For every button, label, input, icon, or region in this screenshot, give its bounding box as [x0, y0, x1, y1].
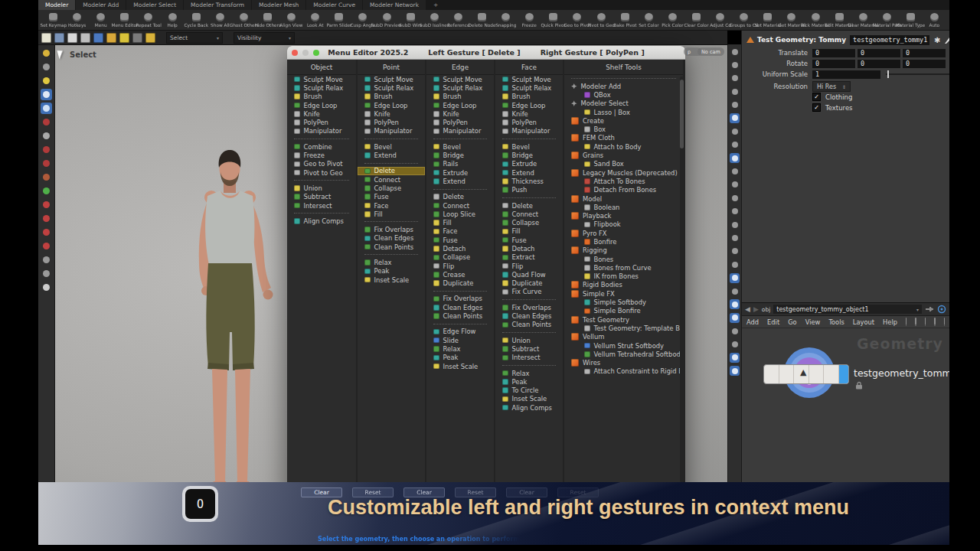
display-option-icon[interactable] — [730, 60, 740, 70]
tab-modeler-network[interactable]: Modeler Network — [363, 0, 426, 10]
menu-item[interactable]: Fix Overlaps — [495, 303, 563, 311]
obj-context-chip[interactable]: obj — [762, 306, 770, 313]
menu-item[interactable]: Manipulator — [426, 127, 494, 135]
select-mode-dropdown[interactable]: Select ▾ — [166, 32, 223, 44]
rotate-value-field[interactable]: 0 — [858, 60, 900, 68]
menu-item[interactable]: Duplicate — [495, 279, 563, 288]
tab-modeler-select[interactable]: Modeler Select — [126, 0, 183, 10]
menu-item[interactable]: PolyPen — [426, 118, 494, 126]
vertex-display-icon[interactable] — [730, 246, 740, 256]
menu-item[interactable]: Face — [426, 227, 494, 236]
menu-item[interactable]: Sculpt Move — [287, 75, 356, 83]
toolbar-button-set-material[interactable]: Set Material — [756, 13, 779, 28]
menu-item[interactable]: Fuse — [495, 236, 563, 244]
menu-item[interactable]: PolyPen — [287, 118, 356, 126]
lock-icon[interactable] — [41, 103, 52, 114]
menu-item[interactable]: Edge Flow — [426, 328, 494, 336]
toolbar-button-hotkeys[interactable]: Hotkeys — [65, 13, 89, 28]
crown-icon[interactable] — [145, 33, 155, 43]
menu-item[interactable]: Extend — [426, 177, 494, 185]
toolbar-button-help[interactable]: Help — [161, 13, 185, 28]
menu-editor-titlebar[interactable]: Menu Editor 2025.2 Left Gesture [ Delete… — [287, 46, 685, 60]
link-display-icon[interactable] — [730, 326, 740, 336]
sphere-primitive-icon[interactable] — [41, 61, 52, 73]
menu-item[interactable]: Union — [495, 336, 563, 344]
menu-item[interactable]: Pivot to Geo — [287, 168, 356, 177]
red-tool-icon[interactable] — [41, 144, 52, 155]
menu-item[interactable]: Attach to Body — [564, 142, 683, 151]
menu-item[interactable]: Quad Flow — [495, 270, 563, 279]
toolbar-button-show-all[interactable]: Show All — [208, 13, 232, 28]
menu-item[interactable]: Sculpt Relax — [495, 83, 563, 92]
toolbar-button-delete-node[interactable]: Delete Node — [470, 13, 494, 28]
menu-item[interactable]: Test Geometry — [564, 315, 683, 324]
menu-item[interactable]: Vellum — [564, 333, 683, 341]
curve-display-icon[interactable] — [730, 259, 740, 269]
menu-item[interactable]: Vellum Strut Softbody — [564, 341, 683, 350]
menu-item[interactable]: Subtract — [495, 344, 563, 353]
snap-grid-icon[interactable] — [41, 199, 52, 210]
slider-handle[interactable] — [887, 70, 889, 78]
menu-item[interactable]: Inset Scale — [358, 276, 425, 284]
toolbar-button-freeze[interactable]: Freeze — [518, 13, 541, 28]
menu-item[interactable]: Sculpt Move — [358, 75, 425, 83]
network-menu-layout[interactable]: Layout — [853, 318, 874, 326]
menu-item[interactable]: Manipulator — [495, 127, 563, 135]
forward-icon[interactable]: ▶ — [753, 305, 759, 313]
menu-item[interactable]: Extract — [495, 253, 563, 262]
menu-item[interactable]: Vellum Tetrahedral Softbody — [564, 350, 683, 358]
menu-item[interactable]: Model — [564, 194, 683, 203]
menu-item[interactable]: Sand Box — [564, 160, 683, 168]
menu-item[interactable]: PolyPen — [495, 118, 563, 126]
menu-item[interactable]: Face — [358, 201, 425, 210]
menu-item[interactable]: Clean Edges — [495, 311, 563, 320]
toolbar-button-parm-slider[interactable]: Parm Slider — [327, 13, 351, 28]
arc-tool-icon[interactable] — [41, 282, 52, 293]
rotate-value-field[interactable]: 0 — [812, 60, 855, 68]
display-option-icon[interactable] — [730, 100, 740, 110]
toolbar-button-bake-pivot[interactable]: Bake Pivot — [613, 13, 637, 28]
network-toolbar-icon[interactable] — [915, 318, 916, 326]
tab-modeler-transform[interactable]: Modeler Transform — [184, 0, 251, 10]
display-option-icon[interactable] — [730, 140, 740, 150]
menu-item[interactable]: Extend — [358, 151, 425, 159]
display-option-icon[interactable] — [730, 86, 740, 96]
menu-item[interactable]: Detach — [426, 244, 494, 253]
menu-item[interactable]: Clean Edges — [426, 303, 494, 311]
lock-camera-icon[interactable] — [730, 73, 740, 83]
menu-item[interactable]: Fuse — [358, 193, 425, 201]
toolbar-button-menu[interactable]: Menu — [89, 13, 113, 28]
sphere-tool-icon[interactable] — [41, 130, 52, 142]
translate-value-field[interactable]: 0 — [903, 49, 946, 57]
display-option-icon[interactable] — [730, 167, 740, 177]
scrollbar[interactable] — [680, 77, 684, 482]
menu-item[interactable]: Knife — [287, 109, 356, 118]
menu-item[interactable]: Peak — [495, 377, 563, 386]
toolbar-button-repeat-tool[interactable]: Repeat Tool — [136, 13, 160, 28]
uniform-scale-field[interactable]: 1 — [812, 70, 880, 79]
brush-tool-icon[interactable] — [41, 75, 52, 86]
textures-checkbox[interactable]: ✓ — [812, 103, 821, 112]
select-cursor-icon[interactable] — [93, 33, 103, 43]
menu-item[interactable]: Edge Loop — [358, 101, 425, 109]
menu-item[interactable]: Loop Slice — [426, 210, 494, 218]
circle-tool-icon[interactable] — [41, 268, 52, 279]
menu-item[interactable]: Duplicate — [426, 279, 494, 288]
network-toolbar-icon[interactable] — [906, 318, 906, 326]
toolbar-button-menu-editor[interactable]: Menu Editor — [113, 13, 136, 28]
scatter-icon[interactable] — [41, 171, 52, 183]
toolbar-button-pick-color[interactable]: Pick Color — [661, 13, 684, 28]
display-option-icon[interactable] — [730, 47, 740, 57]
menu-item[interactable]: Freeze — [287, 151, 356, 159]
menu-item[interactable]: Inset Scale — [426, 362, 494, 370]
select-mode-icon[interactable] — [41, 89, 52, 100]
red-pivot-icon[interactable] — [41, 158, 52, 169]
no-cam-pill[interactable]: No cam — [697, 47, 724, 56]
menu-item[interactable]: Sculpt Move — [426, 75, 494, 83]
menu-item[interactable]: Delete — [426, 193, 494, 201]
display-option-icon[interactable] — [730, 180, 740, 190]
menu-item[interactable]: Relax — [358, 258, 425, 266]
toolbar-button-look-at[interactable]: Look At — [303, 13, 327, 28]
clothing-checkbox[interactable]: ✓ — [812, 93, 821, 101]
menu-item[interactable]: To Circle — [495, 386, 563, 395]
